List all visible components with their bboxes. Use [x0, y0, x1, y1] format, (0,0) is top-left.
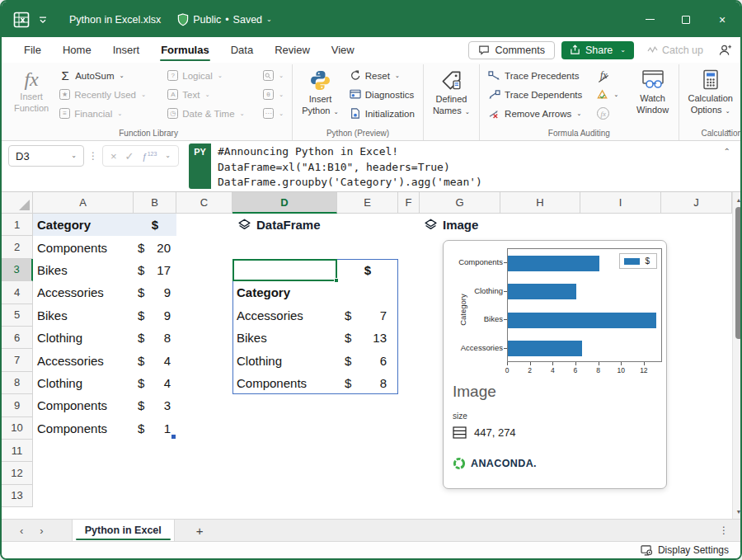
fill-handle[interactable]: [334, 278, 339, 283]
maximize-button[interactable]: [668, 2, 704, 37]
row-header-11[interactable]: 11: [2, 440, 33, 462]
row-header-3[interactable]: 3: [2, 259, 33, 281]
row-header-13[interactable]: 13: [2, 485, 33, 507]
cell-D4[interactable]: Category: [232, 281, 337, 304]
cell-B5[interactable]: $9: [134, 304, 176, 327]
trace-precedents-button[interactable]: Trace Precedents: [485, 66, 585, 85]
column-header-C[interactable]: C: [176, 192, 232, 214]
catch-up-button[interactable]: Catch up: [641, 42, 710, 59]
row-header-5[interactable]: 5: [2, 304, 33, 327]
row-header-6[interactable]: 6: [2, 327, 33, 349]
cell-A5[interactable]: Bikes: [33, 304, 134, 327]
cell-B9[interactable]: $3: [134, 394, 176, 416]
date-time-button[interactable]: ◷Date & Time⌄: [164, 104, 248, 123]
insert-function-button[interactable]: fx InsertFunction: [10, 66, 53, 115]
minimize-button[interactable]: [632, 2, 668, 37]
select-all-corner[interactable]: [2, 192, 33, 214]
show-formulas-button[interactable]: fx: [594, 66, 622, 85]
cell-A4[interactable]: Accessories: [33, 281, 134, 304]
recently-used-button[interactable]: ★Recently Used⌄: [56, 85, 149, 104]
cell-A7[interactable]: Accessories: [33, 349, 134, 371]
sheet-bar-more-icon[interactable]: ⋮: [707, 520, 740, 541]
prev-sheet-icon[interactable]: ‹: [20, 525, 23, 537]
text-button[interactable]: AText⌄: [164, 85, 248, 104]
cell-A1[interactable]: Category: [33, 214, 134, 236]
cell-D7[interactable]: Clothing: [232, 349, 337, 371]
cell-B2[interactable]: $20: [134, 236, 176, 258]
column-header-A[interactable]: A: [33, 192, 134, 214]
function-123-icon[interactable]: ƒ123: [143, 151, 157, 162]
image-card-label[interactable]: Image: [424, 214, 556, 236]
column-header-D[interactable]: D: [232, 192, 337, 214]
row-header-7[interactable]: 7: [2, 349, 33, 371]
row-header-10[interactable]: 10: [2, 417, 33, 440]
row-header-2[interactable]: 2: [2, 236, 33, 258]
cell-A8[interactable]: Clothing: [33, 372, 134, 394]
cell-B3[interactable]: $17: [134, 259, 176, 281]
tab-insert[interactable]: Insert: [102, 37, 151, 63]
cell-E6[interactable]: $13: [337, 327, 398, 349]
column-header-I[interactable]: I: [580, 192, 661, 214]
column-header-J[interactable]: J: [661, 192, 732, 214]
cancel-icon[interactable]: ×: [110, 150, 117, 162]
cell-E8[interactable]: $8: [337, 372, 398, 394]
formula-input[interactable]: #Announcing Python in Excel! DataFrame=x…: [211, 144, 724, 189]
defined-names-button[interactable]: DefinedNames ⌄: [429, 66, 474, 117]
cell-A3[interactable]: Bikes: [33, 259, 134, 281]
formula-bar-grip[interactable]: ⋮: [84, 144, 102, 168]
row-header-1[interactable]: 1: [2, 214, 33, 236]
initialization-button[interactable]: Initialization: [346, 104, 418, 123]
row-header-9[interactable]: 9: [2, 394, 33, 416]
cell-E5[interactable]: $7: [337, 304, 398, 327]
tab-view[interactable]: View: [321, 37, 365, 63]
cell-D6[interactable]: Bikes: [232, 327, 337, 349]
cell-B6[interactable]: $8: [134, 327, 176, 349]
tab-home[interactable]: Home: [52, 37, 102, 63]
column-header-F[interactable]: F: [398, 192, 420, 214]
new-sheet-button[interactable]: +: [175, 520, 225, 541]
people-icon[interactable]: [718, 44, 732, 56]
tab-data[interactable]: Data: [220, 37, 264, 63]
tab-formulas[interactable]: Formulas: [150, 37, 220, 63]
more-functions-button[interactable]: ⋯⌄: [260, 104, 287, 123]
error-checking-button[interactable]: ⌄: [594, 85, 622, 104]
row-header-12[interactable]: 12: [2, 462, 33, 484]
trace-dependents-button[interactable]: Trace Dependents: [485, 85, 585, 104]
cell-D8[interactable]: Components: [232, 372, 337, 394]
column-header-B[interactable]: B: [134, 192, 176, 214]
cell-A2[interactable]: Components: [33, 236, 134, 258]
logical-button[interactable]: ?Logical⌄: [164, 66, 248, 85]
quick-access-toolbar-icon[interactable]: [38, 16, 48, 24]
cell-B7[interactable]: $4: [134, 349, 176, 371]
cell-B8[interactable]: $4: [134, 372, 176, 394]
sheet-tab-active[interactable]: Python in Excel: [72, 520, 175, 541]
column-header-E[interactable]: E: [337, 192, 398, 214]
row-header-4[interactable]: 4: [2, 281, 33, 304]
dataframe-card-label[interactable]: DataFrame: [237, 214, 369, 236]
calculation-options-button[interactable]: CalculationOptions ⌄: [684, 66, 737, 116]
enter-icon[interactable]: ✓: [125, 150, 134, 162]
cell-D5[interactable]: Accessories: [232, 304, 337, 327]
cell-A6[interactable]: Clothing: [33, 327, 134, 349]
evaluate-formula-button[interactable]: fx: [594, 104, 622, 123]
collapse-ribbon-icon[interactable]: ⌄: [726, 125, 732, 134]
scrollbar-thumb[interactable]: [735, 207, 740, 339]
reset-button[interactable]: Reset⌄: [346, 66, 418, 85]
cell-B10[interactable]: $1: [134, 417, 176, 440]
diagnostics-button[interactable]: Diagnostics: [346, 85, 418, 104]
cell-B4[interactable]: $9: [134, 281, 176, 304]
scroll-down-icon[interactable]: ▼: [733, 506, 740, 517]
sheet-grid[interactable]: Category $ ComponentsClothingBikesAccess…: [2, 192, 740, 519]
name-box[interactable]: D3⌄: [8, 145, 84, 167]
excel-app-icon[interactable]: [13, 12, 30, 28]
tab-review[interactable]: Review: [264, 37, 321, 63]
save-status-group[interactable]: Public • Saved ⌄: [177, 13, 272, 26]
cell-B1[interactable]: $: [134, 214, 176, 236]
cell-A10[interactable]: Components: [33, 417, 134, 440]
cell-E7[interactable]: $6: [337, 349, 398, 371]
scroll-up-icon[interactable]: ▲: [733, 194, 740, 205]
cell-A9[interactable]: Components: [33, 394, 134, 416]
collapse-formula-bar-icon[interactable]: ⌃: [724, 144, 735, 189]
share-button[interactable]: Share ⌄: [561, 41, 634, 59]
display-settings-button[interactable]: Display Settings: [641, 544, 729, 556]
